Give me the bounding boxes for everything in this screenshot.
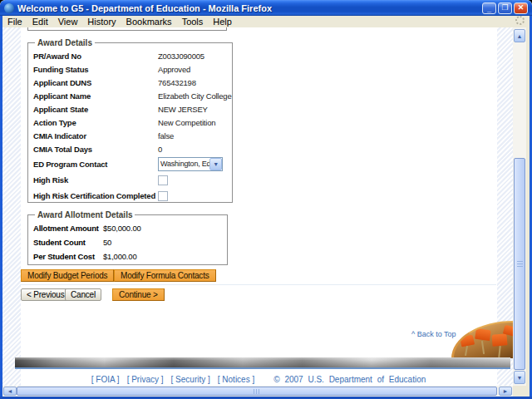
menu-bookmarks[interactable]: Bookmarks [121,16,177,27]
title-bar: Welcome to G5 - Department of Education … [0,0,532,16]
previous-section-edge [27,27,227,31]
chair-leg [498,346,500,357]
horizontal-scrollbar-thumb[interactable] [17,387,497,396]
field-label: Funding Status [33,65,158,74]
field-row: PR/Award No Z003J090005 [33,49,232,62]
modify-budget-periods-button[interactable]: Modify Budget Periods [21,269,114,282]
field-row: ED Program Contact Washington, Ed ▼ [33,155,232,172]
high-risk-checkbox[interactable] [158,175,168,185]
field-label: Applicant State [33,105,158,114]
throbber-icon [515,16,525,25]
close-button[interactable]: ✕ [514,2,528,14]
field-row: Student Count 50 [33,235,227,249]
ed-program-contact-select[interactable]: Washington, Ed ▼ [158,157,223,171]
field-label: CMIA Total Days [33,145,158,154]
field-value: Elizabeth City College [158,91,232,101]
cancel-button[interactable]: Cancel [65,288,101,301]
field-label: Applicant DUNS [33,78,158,87]
footer-blue-line [15,367,510,369]
window-border-left [0,16,2,399]
scroll-left-icon[interactable]: ◄ [3,387,17,396]
field-value: New Competition [158,118,232,127]
menu-edit[interactable]: Edit [27,16,53,27]
field-label: CMIA Indicator [33,131,158,140]
field-value: Z003J090005 [158,52,232,61]
footer-gradient-bar [15,357,510,367]
menu-view[interactable]: View [53,16,83,27]
continue-button[interactable]: Continue > [112,288,165,301]
menu-bar: File Edit View History Bookmarks Tools H… [2,16,530,27]
field-label: Student Count [33,238,103,247]
maximize-button[interactable]: ❐ [498,2,512,14]
window-title: Welcome to G5 - Department of Education … [17,3,482,13]
field-row: Funding Status Approved [33,62,232,76]
field-value: $1,000.00 [103,252,227,261]
field-value: 50 [103,238,227,247]
scroll-up-icon[interactable]: ▲ [514,29,525,42]
chairs-photo [451,321,513,358]
minimize-button[interactable]: _ [482,2,496,14]
award-allotment-fieldset: Award Allotment Details Allotment Amount… [27,210,228,265]
footer-link-security[interactable]: [ Security ] [171,375,210,384]
firefox-icon [4,3,14,13]
footer-link-foia[interactable]: [ FOIA ] [91,375,120,384]
page-content: Award Details PR/Award No Z003J090005 Fu… [2,27,513,386]
field-label: High Risk [33,175,158,185]
field-row: CMIA Total Days 0 [33,142,232,155]
field-row: Allotment Amount $50,000.00 [33,221,227,235]
vertical-scrollbar-thumb[interactable] [514,158,525,370]
footer: [ FOIA ] [ Privacy ] [ Security ] [ Noti… [21,375,496,384]
field-value: false [158,131,232,140]
back-to-top-link[interactable]: ^ Back to Top [411,330,456,338]
left-margin-pattern [2,27,21,386]
field-value: Approved [158,65,232,74]
field-row: Applicant State NEW JERSEY [33,102,232,116]
field-label: High Risk Certification Completed [33,191,158,200]
field-label: ED Program Contact [33,160,158,169]
field-row: High Risk Certification Completed [33,188,232,204]
field-value: NEW JERSEY [158,105,232,114]
award-details-fieldset: Award Details PR/Award No Z003J090005 Fu… [27,38,233,203]
menu-file[interactable]: File [2,16,27,27]
scroll-right-icon[interactable]: ► [499,387,512,396]
scroll-down-icon[interactable]: ▼ [514,371,525,384]
divider [21,284,496,285]
chevron-down-icon[interactable]: ▼ [209,158,222,170]
copyright-text: © 2007 U.S. Department of Education [273,375,426,384]
field-value: 765432198 [158,78,232,87]
chair-leg [481,341,485,354]
field-value: 0 [158,145,232,154]
field-row: Action Type New Competition [33,116,232,129]
field-value: $50,000.00 [103,224,227,233]
award-allotment-legend: Award Allotment Details [35,210,135,219]
field-label: Action Type [33,118,158,127]
previous-button[interactable]: < Previous [21,288,71,301]
modify-formula-contacts-button[interactable]: Modify Formula Contacts [114,269,216,282]
footer-link-notices[interactable]: [ Notices ] [218,375,254,384]
browser-window: Welcome to G5 - Department of Education … [0,0,532,399]
high-risk-certification-checkbox[interactable] [158,191,168,201]
scrollbar-corner [513,386,530,397]
menu-help[interactable]: Help [208,16,237,27]
selected-option: Washington, Ed [159,160,209,168]
field-row: Applicant Name Elizabeth City College [33,89,232,102]
chair-leg [465,346,468,356]
horizontal-scrollbar[interactable]: ◄ ► [2,386,513,397]
field-row: Applicant DUNS 765432198 [33,76,232,89]
field-label: PR/Award No [33,52,158,61]
field-row: Per Student Cost $1,000.00 [33,249,227,264]
menu-history[interactable]: History [82,16,121,27]
award-details-legend: Award Details [35,38,95,47]
chair-shape [475,328,491,341]
chair-shape [491,333,507,347]
vertical-scrollbar[interactable]: ▲ ▼ [513,27,526,386]
field-row: CMIA Indicator false [33,129,232,142]
field-label: Applicant Name [33,91,158,101]
footer-link-privacy[interactable]: [ Privacy ] [127,375,164,384]
field-label: Allotment Amount [33,224,103,233]
field-label: Per Student Cost [33,252,103,261]
menu-tools[interactable]: Tools [177,16,209,27]
field-row: High Risk [33,172,232,188]
